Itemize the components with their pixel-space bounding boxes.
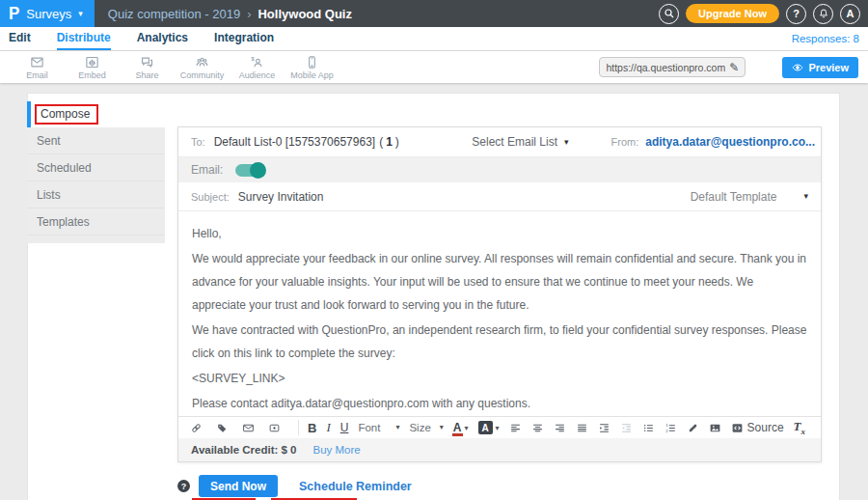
edit-url-pencil-icon[interactable]: ✎ [729,61,739,74]
channel-mobile-app[interactable]: Mobile App [285,55,339,80]
insert-link-button[interactable] [190,422,203,434]
distribute-channel-toolbar: Email Embed Share Community $ Audience M… [0,51,868,83]
indent-decrease-button[interactable] [620,422,633,434]
body-paragraph: We have contracted with QuestionPro, an … [192,319,807,365]
avatar[interactable]: A [840,4,860,24]
body-paragraph: Hello, [192,222,807,245]
font-dropdown[interactable]: Font ▾ [358,422,399,433]
chevron-down-icon: ▾ [803,192,808,201]
survey-button-widget[interactable] [268,422,281,434]
source-button[interactable]: Source [731,421,784,434]
help-button[interactable]: ? [786,4,806,24]
align-right-icon [554,422,566,434]
upgrade-now-button[interactable]: Upgrade Now [686,4,779,23]
chevron-down-icon: ▾ [564,138,569,147]
audience-icon: $ [250,55,264,69]
insert-image-button[interactable] [709,422,721,434]
email-toggle[interactable] [235,164,264,177]
template-dropdown[interactable]: Default Template ▾ [691,190,808,204]
to-label: To: [191,136,205,148]
tab-edit[interactable]: Edit [9,27,31,50]
bold-button[interactable]: B [308,421,316,435]
tab-distribute[interactable]: Distribute [57,27,111,50]
breadcrumb-separator-icon: › [247,7,251,21]
clear-formatting-button[interactable]: Tx [794,419,805,436]
available-credit-label: Available Credit: $ 0 [191,444,297,456]
from-email-value[interactable]: aditya.datar@questionpro.co... [645,135,815,149]
top-header: P Surveys ▾ Quiz competition - 2019 › Ho… [0,0,868,27]
embed-icon [85,55,99,69]
bullet-list-icon [642,422,655,434]
align-right-button[interactable] [554,422,566,434]
small-envelope-icon [242,422,255,434]
buy-more-link[interactable]: Buy More [313,444,361,456]
channel-email[interactable]: Email [10,55,65,80]
survey-url-text: https://qa.questionpro.com/t/APNrFZf2S [606,62,725,73]
email-label: Email: [191,163,223,177]
email-template-button[interactable] [242,422,255,434]
align-center-icon [531,422,544,434]
breadcrumb-folder[interactable]: Quiz competition - 2019 [108,7,240,21]
numbered-list-button[interactable]: 12 [665,422,677,434]
size-dropdown[interactable]: Size ▾ [409,422,443,433]
indent-increase-button[interactable] [598,422,610,434]
background-color-button[interactable]: A ▾ [478,421,500,434]
toolbar-divider [298,420,299,435]
preview-button[interactable]: Preview [782,57,858,78]
surveys-menu[interactable]: P Surveys ▾ [0,0,95,27]
underline-button[interactable]: U [340,421,349,434]
email-envelope-icon [30,55,44,69]
search-button[interactable] [659,4,679,24]
notifications-button[interactable] [813,4,833,24]
sidebar-item-compose[interactable]: Compose [27,101,165,127]
hyperlink-button[interactable] [687,422,699,434]
subject-field[interactable]: Survey Invitation [238,190,324,204]
svg-text:$: $ [252,55,256,61]
eye-icon [792,62,803,73]
svg-text:1: 1 [665,423,668,428]
bullet-list-button[interactable] [642,422,655,434]
send-help-icon[interactable]: ? [177,480,190,492]
sidebar-item-scheduled[interactable]: Scheduled [27,154,165,181]
email-body-editor[interactable]: Hello, We would appreciate your feedback… [178,211,821,416]
channel-share[interactable]: Share [120,55,175,80]
align-left-button[interactable] [509,422,522,434]
tab-integration[interactable]: Integration [214,27,274,50]
mobile-app-icon [305,55,319,69]
send-actions: ? Send Now Schedule Reminder [177,475,412,497]
channel-audience[interactable]: $ Audience [230,55,285,80]
tab-analytics[interactable]: Analytics [137,27,188,50]
survey-tab-bar: Edit Distribute Analytics Integration Re… [0,27,868,51]
chevron-down-icon: ▾ [440,424,444,431]
toggle-knob [250,162,266,179]
color-swatch [452,433,463,436]
merge-tag-button[interactable] [216,422,229,434]
email-distribution-card: Compose Sent Scheduled Lists Templates T… [27,93,840,500]
align-center-button[interactable] [531,422,544,434]
header-actions: Upgrade Now ? A [659,4,868,24]
channel-community[interactable]: Community [175,55,230,80]
channel-embed[interactable]: Embed [65,55,120,80]
survey-url-field[interactable]: https://qa.questionpro.com/t/APNrFZf2S ✎ [599,57,746,77]
italic-button[interactable]: I [326,420,330,435]
chevron-down-icon: ▾ [78,10,83,18]
justify-button[interactable] [576,422,588,434]
tag-icon [216,422,229,434]
sidebar-spacer [27,236,165,243]
select-email-list-dropdown[interactable]: Select Email List ▾ [472,135,568,149]
text-color-button[interactable]: A ▾ [453,422,469,433]
send-now-button[interactable]: Send Now [199,475,278,497]
subject-row: Subject: Survey Invitation Default Templ… [178,182,821,211]
surveys-menu-label: Surveys [26,7,71,21]
sidebar-item-templates[interactable]: Templates [27,208,165,236]
body-paragraph: We would appreciate your feedback in our… [192,247,807,317]
sidebar-item-sent[interactable]: Sent [27,127,165,154]
schedule-reminder-link[interactable]: Schedule Reminder [299,480,412,493]
annotation-red-box: Compose [35,104,98,125]
chevron-down-icon: ▾ [496,424,500,432]
widget-button-icon [268,422,281,434]
sidebar-item-lists[interactable]: Lists [27,181,165,208]
breadcrumb-survey-name: Hollywood Quiz [258,7,352,21]
questionpro-distribute-screen: P Surveys ▾ Quiz competition - 2019 › Ho… [0,0,868,500]
indent-increase-icon [598,422,610,434]
